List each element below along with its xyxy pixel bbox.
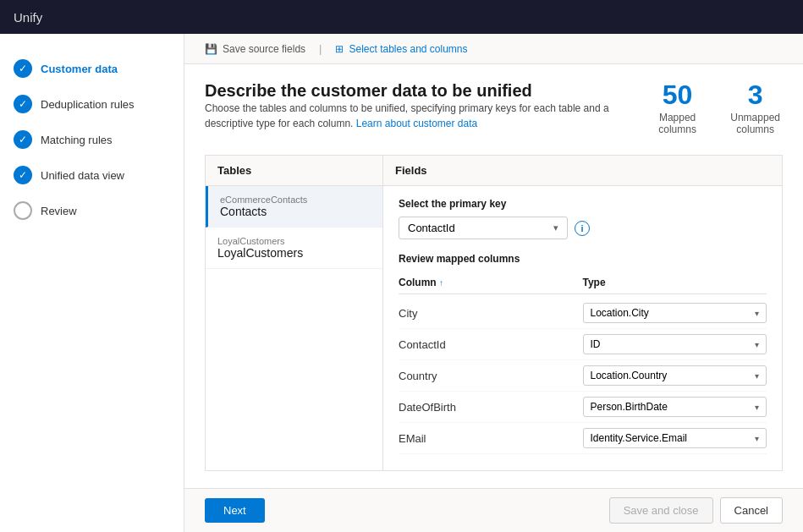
sidebar-label-dedup: Deduplication rules [41, 98, 135, 111]
loyal-name: LoyalCustomers [217, 246, 371, 260]
sidebar-label-review: Review [41, 205, 77, 217]
cancel-button[interactable]: Cancel [720, 497, 783, 524]
circle-icon-review [14, 201, 32, 220]
mapped-count: 50 [654, 81, 701, 108]
check-icon-dedup: ✓ [14, 95, 32, 113]
learn-link[interactable]: Learn about customer data [356, 118, 477, 129]
primary-key-label: Select the primary key [399, 198, 767, 210]
mapped-stat: 50 Mapped columns [654, 81, 701, 135]
title-area: Describe the customer data to be unified… [205, 81, 654, 145]
columns-header-row: Column ↑ Type [399, 271, 767, 294]
col-city-name: City [399, 307, 583, 320]
city-type-chevron: ▾ [755, 309, 759, 318]
col-city-type-value: Location.City [591, 307, 649, 319]
col-email-type-value: Identity.Service.Email [591, 432, 688, 444]
contacts-name: Contacts [220, 205, 371, 218]
table-row: DateOfBirth Person.BirthDate ▾ [399, 392, 767, 423]
save-icon: 💾 [205, 43, 217, 55]
mapped-label: Mapped columns [654, 112, 701, 135]
next-button[interactable]: Next [205, 498, 265, 523]
col-email-type-cell: Identity.Service.Email ▾ [583, 428, 767, 448]
contactid-type-chevron: ▾ [755, 340, 759, 349]
dob-type-chevron: ▾ [755, 403, 759, 412]
fields-panel-header: Fields [383, 156, 782, 186]
col-email-type-select[interactable]: Identity.Service.Email ▾ [583, 428, 767, 448]
sidebar-label-matching: Matching rules [41, 134, 113, 146]
mapped-columns-label: Review mapped columns [399, 253, 767, 265]
tables-fields-container: Tables eCommerceContacts Contacts LoyalC… [205, 155, 783, 471]
breadcrumb-save-label: Save source fields [223, 43, 305, 55]
breadcrumb-separator: | [319, 42, 322, 55]
top-bar: Unify [0, 0, 803, 34]
sidebar-item-unified-data-view[interactable]: ✓ Unified data view [0, 157, 184, 193]
fields-panel: Fields Select the primary key ContactId … [383, 156, 782, 470]
loyal-source: LoyalCustomers [217, 236, 371, 246]
col-country-type-select[interactable]: Location.Country ▾ [583, 365, 767, 386]
sort-arrow-icon: ↑ [439, 278, 443, 288]
country-type-chevron: ▾ [755, 371, 759, 381]
col-email-name: EMail [399, 432, 583, 445]
unmapped-stat: 3 Unmapped columns [728, 81, 783, 135]
column-header-name: Column ↑ [399, 277, 583, 288]
columns-table: Column ↑ Type City [399, 271, 767, 454]
table-item-contacts[interactable]: eCommerceContacts Contacts [206, 186, 382, 228]
bottom-bar: Next Save and close Cancel [184, 488, 803, 532]
fields-content: Select the primary key ContactId ▾ i Rev… [383, 186, 782, 470]
unmapped-count: 3 [728, 81, 783, 108]
unmapped-label: Unmapped columns [728, 112, 783, 135]
sidebar-item-customer-data[interactable]: ✓ Customer data [0, 51, 184, 86]
stats-row: 50 Mapped columns 3 Unmapped columns [654, 81, 783, 135]
page-title: Describe the customer data to be unified [205, 81, 654, 101]
breadcrumb-bar: 💾 Save source fields | ⊞ Select tables a… [184, 34, 803, 64]
sidebar-item-matching-rules[interactable]: ✓ Matching rules [0, 122, 184, 157]
sidebar-item-deduplication-rules[interactable]: ✓ Deduplication rules [0, 86, 184, 122]
check-icon-customer-data: ✓ [14, 59, 32, 78]
col-contactid-name: ContactId [399, 338, 583, 351]
primary-key-chevron: ▾ [553, 222, 558, 233]
col-city-type-select[interactable]: Location.City ▾ [583, 303, 767, 323]
breadcrumb-select-label: Select tables and columns [349, 43, 467, 55]
breadcrumb-select-tables[interactable]: ⊞ Select tables and columns [335, 43, 467, 55]
right-buttons: Save and close Cancel [609, 497, 783, 524]
page-description: Choose the tables and columns to be unif… [205, 101, 654, 131]
table-row: EMail Identity.Service.Email ▾ [399, 423, 767, 454]
save-close-button[interactable]: Save and close [609, 497, 713, 524]
page-header: Describe the customer data to be unified… [205, 81, 783, 145]
info-icon[interactable]: i [575, 221, 590, 236]
col-dob-type-select[interactable]: Person.BirthDate ▾ [583, 397, 767, 417]
col-dob-type-cell: Person.BirthDate ▾ [583, 397, 767, 417]
app-title: Unify [14, 10, 42, 25]
email-type-chevron: ▾ [755, 434, 759, 443]
tables-panel: Tables eCommerceContacts Contacts LoyalC… [206, 156, 383, 470]
sidebar-label-unified: Unified data view [41, 169, 124, 182]
table-item-loyalcustomers[interactable]: LoyalCustomers LoyalCustomers [206, 228, 382, 269]
tables-panel-header: Tables [206, 156, 382, 186]
content-area: 💾 Save source fields | ⊞ Select tables a… [184, 34, 803, 532]
col-dob-type-value: Person.BirthDate [591, 401, 668, 413]
column-header-type: Type [583, 277, 767, 288]
sidebar-label-customer-data: Customer data [41, 63, 118, 75]
check-icon-matching: ✓ [14, 130, 32, 149]
table-icon: ⊞ [335, 43, 344, 55]
primary-key-row: ContactId ▾ i [399, 217, 767, 239]
breadcrumb-save-source-fields[interactable]: 💾 Save source fields [205, 43, 305, 55]
col-country-name: Country [399, 370, 583, 382]
col-contactid-type-cell: ID ▾ [583, 334, 767, 354]
page-content: Describe the customer data to be unified… [184, 64, 803, 488]
check-icon-unified: ✓ [14, 166, 32, 184]
table-row: ContactId ID ▾ [399, 329, 767, 360]
primary-key-select[interactable]: ContactId ▾ [399, 217, 568, 239]
col-city-type-cell: Location.City ▾ [583, 303, 767, 323]
table-row: City Location.City ▾ [399, 298, 767, 329]
col-contactid-type-select[interactable]: ID ▾ [583, 334, 767, 354]
primary-key-value: ContactId [408, 222, 455, 234]
sidebar-item-review[interactable]: Review [0, 193, 184, 228]
table-row: Country Location.Country ▾ [399, 360, 767, 392]
col-dob-name: DateOfBirth [399, 401, 583, 414]
contacts-source: eCommerceContacts [220, 195, 371, 205]
col-contactid-type-value: ID [591, 338, 601, 350]
col-country-type-value: Location.Country [591, 370, 668, 381]
sidebar: ✓ Customer data ✓ Deduplication rules ✓ … [0, 34, 184, 532]
col-country-type-cell: Location.Country ▾ [583, 365, 767, 386]
